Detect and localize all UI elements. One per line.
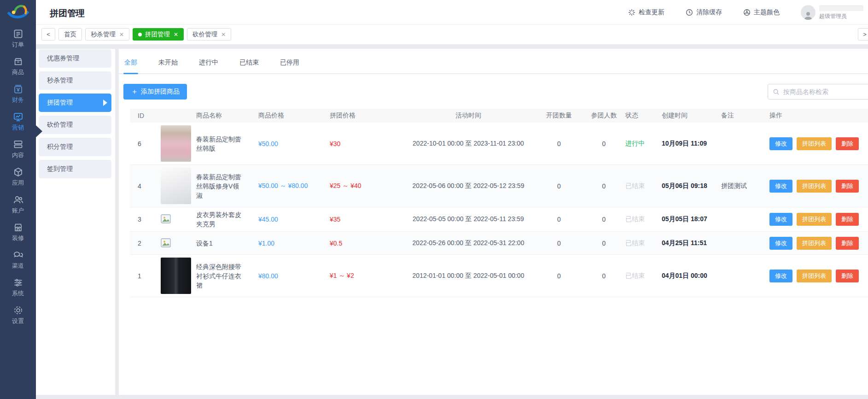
- group-list-button[interactable]: 拼团列表: [797, 180, 832, 193]
- cell-groups-opened: 0: [557, 216, 561, 223]
- sidebar-item-channel[interactable]: 渠道: [0, 250, 36, 277]
- edit-button[interactable]: 修改: [769, 137, 792, 150]
- sidebar-item-settings[interactable]: 设置: [0, 305, 36, 333]
- user-menu[interactable]: 超级管理员: [801, 5, 863, 20]
- group-list-button[interactable]: 拼团列表: [797, 237, 832, 250]
- delete-button[interactable]: 删除: [836, 180, 859, 193]
- table-row: 1 经典深色附腰带衬衫式牛仔连衣裙 ¥80.00 ¥1 ～ ¥2 2012-01…: [130, 255, 868, 297]
- plus-icon: ＋: [131, 87, 138, 97]
- channel-icon: [13, 250, 23, 260]
- sidebar-item-label: 应用: [12, 179, 24, 187]
- search-input[interactable]: [783, 88, 862, 95]
- cell-group-price: ¥35: [330, 216, 401, 223]
- goods-icon: [13, 56, 23, 67]
- product-image[interactable]: [161, 125, 191, 162]
- sidebar-item-accounts[interactable]: 账户: [0, 194, 36, 222]
- status-badge: 已结束: [625, 182, 662, 190]
- edit-button[interactable]: 修改: [769, 237, 792, 250]
- status-tab-all[interactable]: 全部: [124, 59, 137, 73]
- column-header-price: 商品价格: [258, 111, 330, 120]
- clear-cache-button[interactable]: 清除缓存: [686, 8, 722, 17]
- cell-actions: 修改 拼团列表 删除: [769, 180, 868, 193]
- edit-button[interactable]: 修改: [769, 180, 792, 193]
- delete-button[interactable]: 删除: [836, 213, 859, 226]
- status-tab-disabled[interactable]: 已停用: [280, 59, 299, 73]
- chevron-right-icon: >: [863, 31, 867, 38]
- user-meta: 超级管理员: [819, 5, 863, 20]
- delete-button[interactable]: 删除: [836, 270, 859, 282]
- sidebar-item-label: 系统: [12, 289, 24, 298]
- cell-created-time: 05月05日 18:07: [662, 215, 721, 223]
- cell-created-time: 10月09日 11:09: [662, 140, 721, 148]
- status-tab-ended[interactable]: 已结束: [239, 59, 259, 73]
- delete-button[interactable]: 删除: [836, 237, 859, 250]
- app-logo-icon: [7, 2, 29, 20]
- tab-label: 秒杀管理: [91, 30, 116, 39]
- tabs-scroll-right-button[interactable]: >: [858, 28, 868, 41]
- submenu-item-coupon[interactable]: 优惠券管理: [39, 49, 111, 68]
- app-header: 拼团管理 检查更新 清除缓存 主题颜色 超级管理员: [36, 0, 868, 25]
- column-header-time: 活动时间: [455, 111, 481, 120]
- cell-price: ¥50.00 ～ ¥80.00: [258, 182, 330, 190]
- submenu-item-bargain[interactable]: 砍价管理: [39, 116, 111, 134]
- cell-product-name: 设备1: [196, 239, 258, 248]
- product-image[interactable]: [161, 168, 191, 204]
- cell-participants: 0: [602, 240, 606, 247]
- delete-button[interactable]: 删除: [836, 137, 859, 150]
- submenu-item-seckill[interactable]: 秒杀管理: [39, 71, 111, 90]
- cell-product-name: 春装新品定制蕾丝韩版修身V领淑: [196, 172, 258, 200]
- sidebar-item-finance[interactable]: 财务: [0, 84, 36, 111]
- submenu-item-groupbuy[interactable]: 拼团管理: [39, 94, 111, 112]
- close-icon[interactable]: ✕: [119, 31, 124, 38]
- sidebar-item-apps[interactable]: 应用: [0, 167, 36, 194]
- submenu-label: 积分管理: [47, 143, 73, 151]
- sidebar-item-system[interactable]: 系统: [0, 277, 36, 305]
- sidebar-item-content[interactable]: 内容: [0, 139, 36, 167]
- cell-product-name: 皮衣男装外套皮夹克男: [196, 210, 258, 229]
- cell-participants: 0: [602, 272, 606, 280]
- submenu-item-points[interactable]: 积分管理: [39, 138, 111, 156]
- edit-button[interactable]: 修改: [769, 270, 792, 282]
- cell-id: 3: [138, 216, 161, 223]
- add-groupbuy-product-button[interactable]: ＋ 添加拼团商品: [123, 84, 187, 100]
- cell-actions: 修改 拼团列表 删除: [769, 213, 868, 226]
- tab-home[interactable]: 首页: [58, 28, 82, 41]
- close-icon[interactable]: ✕: [174, 31, 178, 38]
- tab-groupbuy[interactable]: 拼团管理 ✕: [133, 28, 184, 41]
- tab-seckill[interactable]: 秒杀管理 ✕: [85, 28, 129, 41]
- edit-button[interactable]: 修改: [769, 213, 792, 226]
- product-image[interactable]: [161, 258, 191, 294]
- sidebar-item-decorate[interactable]: 装修: [0, 222, 36, 250]
- sidebar-item-orders[interactable]: 订单: [0, 29, 36, 56]
- theme-color-button[interactable]: 主题颜色: [743, 8, 780, 17]
- product-image[interactable]: [161, 238, 172, 249]
- header-actions: 检查更新 清除缓存 主题颜色 超级管理员: [628, 0, 863, 25]
- cell-group-price: ¥1 ～ ¥2: [330, 272, 401, 280]
- cell-note: 拼团测试: [721, 182, 769, 190]
- sidebar-item-marketing[interactable]: 营销: [0, 111, 36, 139]
- sidebar-item-label: 内容: [12, 151, 24, 159]
- product-image[interactable]: [161, 214, 172, 225]
- marketing-submenu: 优惠券管理 秒杀管理 拼团管理 砍价管理 积分管理 签到管理: [36, 49, 115, 395]
- close-icon[interactable]: ✕: [221, 31, 226, 38]
- group-list-button[interactable]: 拼团列表: [797, 213, 832, 226]
- sidebar-item-label: 账户: [12, 206, 24, 215]
- sidebar-collapse-handle[interactable]: [36, 125, 42, 137]
- status-tab-in-progress[interactable]: 进行中: [199, 59, 218, 73]
- submenu-item-checkin[interactable]: 签到管理: [39, 160, 111, 178]
- cell-id: 4: [138, 182, 161, 190]
- tabs-scroll-left-button[interactable]: <: [41, 28, 55, 41]
- cell-groups-opened: 0: [557, 240, 561, 247]
- cell-participants: 0: [602, 140, 606, 147]
- active-dot-icon: [138, 33, 142, 36]
- table-row: 3 皮衣男装外套皮夹克男 ¥45.00 ¥35 2022-05-05 00:00…: [130, 207, 868, 232]
- group-list-button[interactable]: 拼团列表: [797, 137, 832, 150]
- tab-bargain[interactable]: 砍价管理 ✕: [187, 28, 231, 41]
- status-tab-not-started[interactable]: 未开始: [158, 59, 178, 73]
- status-badge: 已结束: [625, 215, 662, 223]
- cell-created-time: 04月25日 11:51: [662, 239, 721, 247]
- check-update-button[interactable]: 检查更新: [628, 8, 664, 17]
- refresh-spinner-icon: [628, 9, 635, 16]
- sidebar-item-goods[interactable]: 商品: [0, 56, 36, 84]
- group-list-button[interactable]: 拼团列表: [797, 270, 832, 282]
